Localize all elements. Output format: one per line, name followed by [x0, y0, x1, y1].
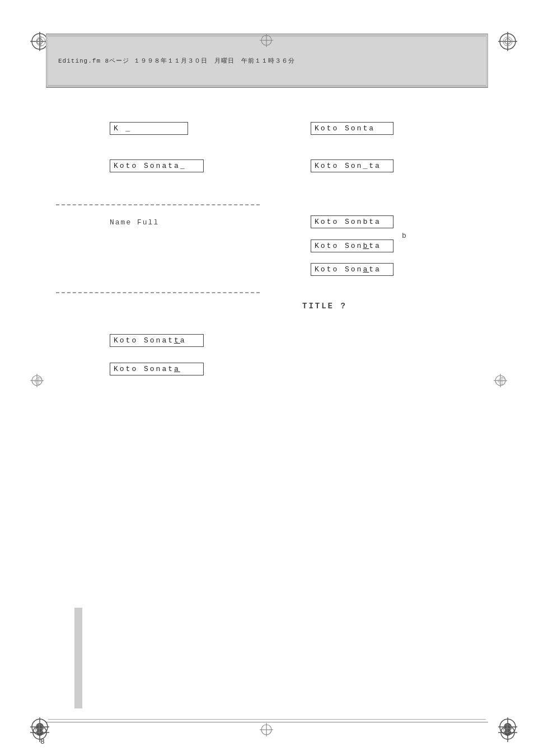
label-title-q: TITLE ? — [302, 301, 347, 311]
reg-mark-right-mid-inner — [497, 376, 507, 389]
reg-mark-bl-inner — [34, 723, 45, 737]
text-box-koto-sonata-cursor: Koto Sonata_ — [110, 159, 204, 172]
text-box-koto-sonbta-underline: Koto Sonbta — [311, 240, 394, 252]
top-rule-bottom-outer — [46, 87, 488, 88]
top-rule-bottom-inner — [48, 85, 486, 86]
dashed-divider-1 — [56, 204, 260, 205]
text-box-koto-sonata-underlinea: Koto Sonata — [311, 263, 394, 276]
reg-mark-br-inner — [502, 723, 513, 737]
text-box-koto-sonatta: Koto Sonatta — [110, 334, 204, 347]
text-box-koto-sonunderta: Koto Son_ta — [311, 159, 394, 172]
label-name-full: Name Full — [110, 217, 159, 227]
header-file-info: Editing.fm 8ページ １９９８年１１月３０日 月曜日 午前１１時３６分 — [58, 57, 295, 65]
reg-mark-tl-inner — [35, 35, 47, 50]
sidebar-gray-bar — [74, 608, 82, 708]
bottom-rule-inner — [48, 719, 486, 720]
text-box-koto-sonta: Koto Sonta — [311, 122, 394, 135]
reg-mark-tr-inner — [502, 35, 514, 50]
dashed-divider-2 — [56, 292, 260, 293]
text-box-koto-sonata-bottom: Koto Sonata — [110, 363, 204, 375]
text-box-koto-sonbta-1: Koto Sonbta — [311, 215, 394, 228]
reg-mark-left-mid-inner — [34, 376, 44, 389]
text-box-k: K _ — [110, 122, 188, 135]
center-cross-bottom — [259, 722, 274, 740]
label-b: b — [402, 231, 406, 241]
center-cross-top — [259, 32, 274, 51]
